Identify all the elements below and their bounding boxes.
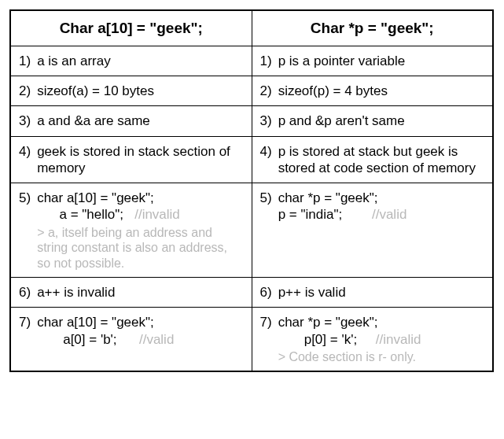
cell-right: 5) char *p = "geek"; p = "india"; //vali… — [252, 183, 493, 277]
row-number: 1) — [260, 53, 272, 69]
code-text: p[0] = 'k'; — [278, 332, 358, 347]
row-text: p is stored at stack but geek is stored … — [278, 143, 484, 177]
cell-left: 2) sizeof(a) = 10 bytes — [11, 76, 252, 105]
cell-right: 1) p is a pointer variable — [252, 46, 493, 76]
row-number: 6) — [19, 284, 31, 301]
table-row: 7) char a[10] = "geek"; a[0] = 'b'; //va… — [11, 307, 492, 371]
row-text: geek is stored in stack section of memor… — [37, 143, 243, 177]
row-number: 3) — [260, 113, 272, 129]
code-line: char a[10] = "geek"; — [37, 314, 243, 330]
row-number: 2) — [260, 83, 272, 99]
row-body: char a[10] = "geek"; a[0] = 'b'; //valid — [37, 314, 243, 348]
code-comment: //valid — [117, 332, 175, 347]
code-line: char *p = "geek"; — [278, 190, 484, 206]
table-row: 4) geek is stored in stack section of me… — [11, 136, 492, 183]
row-number: 3) — [19, 113, 31, 129]
code-line: char *p = "geek"; — [278, 314, 484, 330]
header-left: Char a[10] = "geek"; — [11, 11, 252, 46]
code-line: a = "hello"; //invalid — [37, 206, 243, 223]
row-number: 7) — [19, 314, 31, 348]
cell-right: 2) sizeof(p) = 4 bytes — [252, 76, 493, 105]
row-text: p++ is valid — [278, 284, 484, 301]
row-number: 4) — [260, 143, 272, 177]
row-number: 7) — [260, 314, 272, 364]
table-row: 5) char a[10] = "geek"; a = "hello"; //i… — [11, 183, 492, 277]
code-comment: //valid — [342, 207, 407, 222]
comparison-table: Char a[10] = "geek"; Char *p = "geek"; 1… — [9, 9, 494, 372]
row-number: 1) — [19, 53, 31, 69]
row-number: 5) — [260, 190, 272, 223]
row-text: a++ is invalid — [37, 284, 243, 301]
row-body: char *p = "geek"; p = "india"; //valid — [278, 190, 484, 223]
code-text: p = "india"; — [278, 207, 343, 222]
table-row: 1) a is an array 1) p is a pointer varia… — [11, 46, 492, 76]
row-text: a and &a are same — [37, 113, 243, 129]
table-row: 2) sizeof(a) = 10 bytes 2) sizeof(p) = 4… — [11, 76, 492, 105]
row-text: p and &p aren't same — [278, 113, 484, 129]
code-line: p[0] = 'k'; //invalid — [278, 331, 484, 348]
row-body: char *p = "geek"; p[0] = 'k'; //invalid … — [278, 314, 484, 364]
cell-left: 4) geek is stored in stack section of me… — [11, 137, 252, 183]
cell-right: 3) p and &p aren't same — [252, 106, 493, 135]
row-text: a is an array — [37, 53, 243, 69]
cell-left: 1) a is an array — [11, 46, 252, 76]
row-text: p is a pointer variable — [278, 53, 484, 69]
code-comment: //invalid — [123, 207, 180, 222]
code-line: p = "india"; //valid — [278, 206, 484, 223]
row-body: char a[10] = "geek"; a = "hello"; //inva… — [37, 190, 243, 271]
code-comment: //invalid — [357, 332, 421, 347]
code-text: a[0] = 'b'; — [37, 332, 116, 347]
table-row: 6) a++ is invalid 6) p++ is valid — [11, 277, 492, 307]
row-number: 4) — [19, 143, 31, 177]
cell-left: 7) char a[10] = "geek"; a[0] = 'b'; //va… — [11, 308, 252, 371]
explanation-note: > a, itself being an address and string … — [37, 225, 243, 271]
row-number: 2) — [19, 83, 31, 99]
table-row: 3) a and &a are same 3) p and &p aren't … — [11, 105, 492, 135]
code-text: a = "hello"; — [37, 207, 123, 222]
row-text: sizeof(p) = 4 bytes — [278, 83, 484, 99]
cell-left: 5) char a[10] = "geek"; a = "hello"; //i… — [11, 183, 252, 277]
code-line: char a[10] = "geek"; — [37, 190, 243, 206]
header-row: Char a[10] = "geek"; Char *p = "geek"; — [11, 11, 492, 46]
row-text: sizeof(a) = 10 bytes — [37, 83, 243, 99]
row-number: 5) — [19, 190, 31, 271]
cell-right: 6) p++ is valid — [252, 278, 493, 307]
header-right: Char *p = "geek"; — [252, 11, 493, 46]
cell-right: 4) p is stored at stack but geek is stor… — [252, 137, 493, 183]
cell-right: 7) char *p = "geek"; p[0] = 'k'; //inval… — [252, 308, 493, 371]
row-number: 6) — [260, 284, 272, 301]
explanation-note: > Code section is r- only. — [278, 349, 484, 365]
cell-left: 6) a++ is invalid — [11, 278, 252, 307]
code-line: a[0] = 'b'; //valid — [37, 331, 243, 348]
cell-left: 3) a and &a are same — [11, 106, 252, 135]
